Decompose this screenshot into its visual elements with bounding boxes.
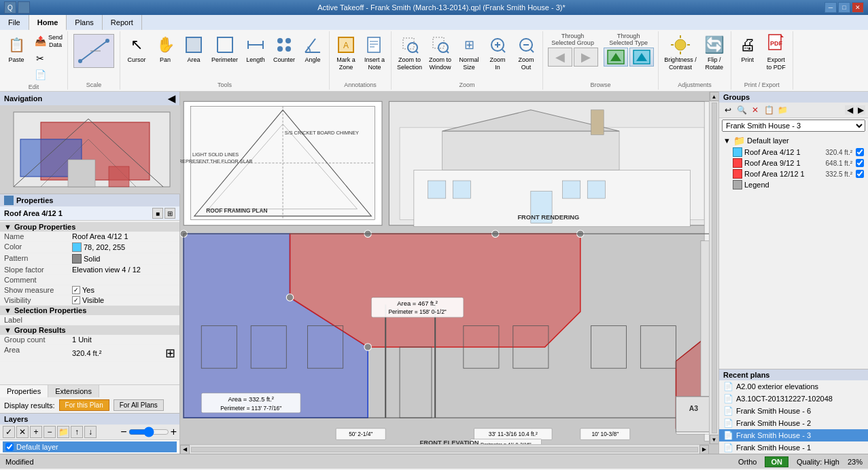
drawing-canvas[interactable]: LIGHT SOLID LINES REPRESENT THE FLOOR SL…: [180, 92, 718, 454]
prop-color-btn[interactable]: ■: [152, 208, 163, 219]
tree-item-default-layer[interactable]: ▼ 📁 Default layer: [722, 134, 865, 147]
tree-item-roof-9-12[interactable]: Roof Area 9/12 1 648.1 ft.²: [722, 158, 865, 168]
tree-item-legend[interactable]: Legend: [722, 179, 865, 190]
area-button[interactable]: Area: [180, 33, 207, 65]
groups-search-btn[interactable]: 🔍: [735, 104, 748, 116]
horizontal-scrollbar[interactable]: ◀ ▶: [180, 444, 709, 454]
group-props-expander[interactable]: ▼: [4, 223, 12, 231]
groups-selector[interactable]: Frank Smith House - 3: [722, 120, 865, 132]
browse-group-next[interactable]: ▶: [574, 48, 598, 67]
v-scrollbar-track[interactable]: [712, 103, 717, 433]
close-button[interactable]: ✕: [852, 2, 864, 13]
tab-file[interactable]: File: [0, 15, 29, 30]
visibility-checkbox[interactable]: ✓: [72, 296, 80, 304]
zoom-minus[interactable]: −: [120, 426, 126, 438]
scale-button[interactable]: [71, 33, 117, 69]
layer-tool-x[interactable]: ✕: [16, 426, 29, 438]
recent-plan-frank-3[interactable]: 📄 Frank Smith House - 3: [719, 429, 868, 441]
scroll-down-btn[interactable]: ▼: [710, 435, 719, 444]
zoom-window-button[interactable]: Zoom toWindow: [426, 33, 454, 73]
groups-back-btn[interactable]: ↩: [722, 104, 734, 116]
browse-group-prev[interactable]: ◀: [548, 48, 572, 67]
browse-group-label: ThroughSelected Group: [551, 33, 594, 46]
tree-checkbox-1[interactable]: [856, 148, 864, 156]
groups-copy-btn[interactable]: 📋: [763, 104, 775, 116]
minimize-button[interactable]: ─: [824, 2, 837, 13]
layer-tool-down[interactable]: ↓: [84, 426, 97, 438]
zoom-out-button[interactable]: ZoomOut: [513, 33, 540, 73]
zoom-slider[interactable]: [128, 427, 169, 437]
send-data-button[interactable]: 📤 SendData: [31, 33, 65, 50]
tab-report[interactable]: Report: [103, 15, 142, 30]
layer-tool-add[interactable]: +: [30, 426, 42, 438]
prop-groupcount-row: Group count 1 Unit: [0, 335, 179, 345]
browse-green-btn[interactable]: [604, 48, 628, 67]
tab-extensions[interactable]: Extensions: [48, 385, 99, 397]
show-measure-checkbox[interactable]: ✓: [72, 286, 80, 294]
canvas-area[interactable]: LIGHT SOLID LINES REPRESENT THE FLOOR SL…: [180, 92, 718, 454]
tree-checkbox-2[interactable]: [856, 159, 864, 167]
recent-plan-a310[interactable]: 📄 A3.10CT-201312227-102048: [719, 393, 868, 405]
paste-button[interactable]: 📋 Paste: [3, 33, 30, 65]
tab-home[interactable]: Home: [29, 15, 67, 31]
scroll-right-btn[interactable]: ▶: [699, 445, 709, 454]
tree-item-roof-12-12[interactable]: Roof Area 12/12 1 332.5 ft.²: [722, 168, 865, 179]
groups-delete-btn[interactable]: ✕: [749, 104, 761, 116]
ortho-toggle[interactable]: ON: [765, 456, 788, 467]
layer-item-default[interactable]: Default layer: [3, 441, 177, 452]
groups-select-dropdown[interactable]: Frank Smith House - 3: [722, 120, 865, 132]
canvas-scroll[interactable]: LIGHT SOLID LINES REPRESENT THE FLOOR SL…: [180, 92, 718, 454]
perimeter-button[interactable]: Perimeter: [209, 33, 241, 65]
tree-checkbox-3[interactable]: [856, 170, 864, 178]
recent-plan-frank-6[interactable]: 📄 Frank Smith House - 6: [719, 405, 868, 417]
scroll-up-btn[interactable]: ▲: [710, 92, 719, 101]
cut-button[interactable]: ✂: [31, 51, 65, 66]
print-button[interactable]: 🖨 Print: [734, 33, 761, 65]
prop-expand-btn[interactable]: ⊞: [164, 208, 175, 219]
vertical-scrollbar[interactable]: ▲ ▼: [709, 92, 718, 444]
groups-expand-btn[interactable]: 📁: [776, 104, 788, 116]
navigation-collapse-button[interactable]: ◀: [168, 93, 175, 104]
btn-all-plans[interactable]: For All Plans: [114, 399, 164, 411]
h-scrollbar-track[interactable]: [191, 447, 698, 452]
counter-button[interactable]: Counter: [271, 33, 298, 65]
recent-plan-frank-2[interactable]: 📄 Frank Smith House - 2: [719, 417, 868, 429]
insert-note-button[interactable]: Insert aNote: [361, 33, 388, 73]
scroll-left-btn[interactable]: ◀: [180, 445, 190, 454]
copy-button[interactable]: 📄: [31, 67, 65, 82]
cursor-button[interactable]: ↖ Cursor: [123, 33, 150, 65]
blue-area[interactable]: [184, 234, 368, 418]
prop-area-expand[interactable]: ⊞: [165, 346, 175, 361]
zoom-in-button[interactable]: ZoomIn: [484, 33, 511, 73]
tree-expander[interactable]: ▼: [723, 137, 731, 145]
brightness-button[interactable]: Brightness /Contrast: [661, 33, 699, 73]
flip-rotate-button[interactable]: 🔄 Flip /Rotate: [701, 33, 728, 73]
pan-button[interactable]: ✋ Pan: [152, 33, 179, 65]
layer-tool-folder[interactable]: 📁: [57, 426, 69, 438]
groups-nav-left[interactable]: ◀: [845, 105, 854, 115]
zoom-plus[interactable]: +: [171, 426, 177, 438]
tab-plans[interactable]: Plans: [67, 15, 103, 30]
navigation-thumbnail[interactable]: [0, 105, 180, 194]
recent-plan-a200[interactable]: 📄 A2.00 exterior elevations: [719, 380, 868, 393]
maximize-button[interactable]: □: [838, 2, 850, 13]
red-main-area[interactable]: [290, 234, 580, 347]
group-results-expander[interactable]: ▼: [4, 326, 12, 334]
zoom-selection-button[interactable]: Zoom toSelection: [394, 33, 425, 73]
mark-zone-button[interactable]: A Mark aZone: [332, 33, 360, 73]
layer-tool-del[interactable]: −: [44, 426, 56, 438]
layer-visible-checkbox[interactable]: [5, 443, 14, 451]
layer-tool-up[interactable]: ↑: [71, 426, 83, 438]
tree-item-roof-4-12[interactable]: Roof Area 4/12 1 320.4 ft.²: [722, 147, 865, 158]
normal-size-button[interactable]: ⊞ NormalSize: [455, 33, 483, 73]
btn-this-plan[interactable]: For this Plan: [59, 399, 109, 411]
tab-properties[interactable]: Properties: [0, 385, 48, 397]
length-button[interactable]: Length: [242, 33, 269, 65]
export-pdf-button[interactable]: PDF Exportto PDF: [763, 33, 790, 73]
recent-plan-frank-1[interactable]: 📄 Frank Smith House - 1: [719, 441, 868, 454]
selection-props-expander[interactable]: ▼: [4, 306, 12, 314]
layer-tool-check[interactable]: ✓: [3, 426, 15, 438]
browse-cyan-btn[interactable]: [629, 48, 654, 67]
angle-button[interactable]: Angle: [299, 33, 326, 65]
groups-nav-right[interactable]: ▶: [856, 105, 865, 115]
